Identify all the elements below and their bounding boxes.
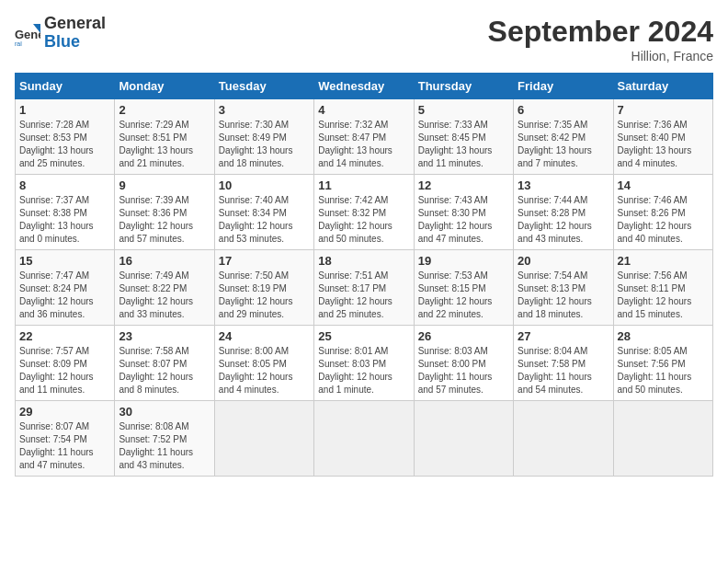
- week-row-5: 29 Sunrise: 8:07 AMSunset: 7:54 PMDaylig…: [16, 401, 713, 477]
- calendar-cell: 13 Sunrise: 7:44 AMSunset: 8:28 PMDaylig…: [514, 175, 613, 250]
- day-number: 15: [19, 254, 110, 268]
- day-info: Sunrise: 7:30 AMSunset: 8:49 PMDaylight:…: [219, 119, 310, 170]
- day-number: 21: [618, 254, 709, 268]
- calendar-cell: 1 Sunrise: 7:28 AMSunset: 8:53 PMDayligh…: [16, 99, 115, 175]
- calendar-cell: 7 Sunrise: 7:36 AMSunset: 8:40 PMDayligh…: [613, 99, 712, 175]
- day-info: Sunrise: 7:37 AMSunset: 8:38 PMDaylight:…: [19, 194, 110, 246]
- logo-text: General Blue: [44, 15, 106, 52]
- column-header-wednesday: Wednesday: [314, 74, 414, 99]
- calendar-cell: 26 Sunrise: 8:03 AMSunset: 8:00 PMDaylig…: [414, 326, 513, 401]
- day-number: 26: [418, 329, 509, 343]
- day-number: 24: [219, 329, 310, 343]
- day-info: Sunrise: 8:08 AMSunset: 7:52 PMDaylight:…: [119, 420, 210, 472]
- day-number: 29: [19, 405, 110, 419]
- calendar-cell: 30 Sunrise: 8:08 AMSunset: 7:52 PMDaylig…: [115, 401, 214, 477]
- calendar-cell: 22 Sunrise: 7:57 AMSunset: 8:09 PMDaylig…: [16, 326, 115, 401]
- day-info: Sunrise: 7:40 AMSunset: 8:34 PMDaylight:…: [219, 194, 310, 246]
- day-number: 3: [219, 103, 310, 117]
- calendar-cell: 20 Sunrise: 7:54 AMSunset: 8:13 PMDaylig…: [514, 250, 613, 326]
- day-number: 5: [418, 103, 509, 117]
- day-number: 19: [418, 254, 509, 268]
- day-number: 14: [618, 178, 709, 192]
- calendar-cell: 12 Sunrise: 7:43 AMSunset: 8:30 PMDaylig…: [414, 175, 513, 250]
- day-number: 20: [518, 254, 609, 268]
- day-number: 2: [119, 103, 210, 117]
- week-row-2: 8 Sunrise: 7:37 AMSunset: 8:38 PMDayligh…: [16, 175, 713, 250]
- day-info: Sunrise: 7:28 AMSunset: 8:53 PMDaylight:…: [19, 119, 110, 170]
- day-info: Sunrise: 7:50 AMSunset: 8:19 PMDaylight:…: [219, 270, 310, 321]
- calendar-cell: 10 Sunrise: 7:40 AMSunset: 8:34 PMDaylig…: [214, 175, 313, 250]
- week-row-4: 22 Sunrise: 7:57 AMSunset: 8:09 PMDaylig…: [16, 326, 713, 401]
- day-info: Sunrise: 7:32 AMSunset: 8:47 PMDaylight:…: [318, 119, 409, 170]
- column-header-friday: Friday: [514, 74, 613, 99]
- day-info: Sunrise: 7:51 AMSunset: 8:17 PMDaylight:…: [318, 270, 409, 321]
- calendar-cell: 24 Sunrise: 8:00 AMSunset: 8:05 PMDaylig…: [214, 326, 313, 401]
- day-number: 22: [19, 329, 110, 343]
- day-info: Sunrise: 7:35 AMSunset: 8:42 PMDaylight:…: [518, 119, 609, 170]
- logo-icon: Gene ral: [15, 20, 40, 46]
- day-number: 8: [19, 178, 110, 192]
- day-number: 17: [219, 254, 310, 268]
- day-info: Sunrise: 7:42 AMSunset: 8:32 PMDaylight:…: [318, 194, 409, 246]
- logo-line2: Blue: [44, 33, 106, 52]
- day-info: Sunrise: 8:03 AMSunset: 8:00 PMDaylight:…: [418, 345, 509, 396]
- calendar-cell: 15 Sunrise: 7:47 AMSunset: 8:24 PMDaylig…: [16, 250, 115, 326]
- week-row-1: 1 Sunrise: 7:28 AMSunset: 8:53 PMDayligh…: [16, 99, 713, 175]
- calendar-cell: 29 Sunrise: 8:07 AMSunset: 7:54 PMDaylig…: [16, 401, 115, 477]
- svg-text:Gene: Gene: [15, 28, 40, 41]
- month-title: September 2024: [488, 15, 713, 49]
- calendar-cell: 27 Sunrise: 8:04 AMSunset: 7:58 PMDaylig…: [514, 326, 613, 401]
- day-number: 16: [119, 254, 210, 268]
- calendar-cell: [514, 401, 613, 477]
- column-header-tuesday: Tuesday: [214, 74, 313, 99]
- day-number: 23: [119, 329, 210, 343]
- day-info: Sunrise: 7:46 AMSunset: 8:26 PMDaylight:…: [618, 194, 709, 246]
- day-info: Sunrise: 7:53 AMSunset: 8:15 PMDaylight:…: [418, 270, 509, 321]
- logo: Gene ral General Blue: [15, 15, 106, 52]
- calendar-cell: 8 Sunrise: 7:37 AMSunset: 8:38 PMDayligh…: [16, 175, 115, 250]
- day-info: Sunrise: 7:33 AMSunset: 8:45 PMDaylight:…: [418, 119, 509, 170]
- calendar-cell: [613, 401, 712, 477]
- day-number: 9: [119, 178, 210, 192]
- day-number: 30: [119, 405, 210, 419]
- day-number: 11: [318, 178, 409, 192]
- calendar-table: SundayMondayTuesdayWednesdayThursdayFrid…: [15, 73, 713, 477]
- day-info: Sunrise: 8:07 AMSunset: 7:54 PMDaylight:…: [19, 420, 110, 472]
- day-info: Sunrise: 7:43 AMSunset: 8:30 PMDaylight:…: [418, 194, 509, 246]
- day-number: 1: [19, 103, 110, 117]
- day-info: Sunrise: 7:36 AMSunset: 8:40 PMDaylight:…: [618, 119, 709, 170]
- calendar-cell: 6 Sunrise: 7:35 AMSunset: 8:42 PMDayligh…: [514, 99, 613, 175]
- day-info: Sunrise: 7:44 AMSunset: 8:28 PMDaylight:…: [518, 194, 609, 246]
- calendar-cell: 2 Sunrise: 7:29 AMSunset: 8:51 PMDayligh…: [115, 99, 214, 175]
- calendar-cell: 23 Sunrise: 7:58 AMSunset: 8:07 PMDaylig…: [115, 326, 214, 401]
- calendar-cell: 14 Sunrise: 7:46 AMSunset: 8:26 PMDaylig…: [613, 175, 712, 250]
- day-number: 4: [318, 103, 409, 117]
- column-header-thursday: Thursday: [414, 74, 513, 99]
- day-info: Sunrise: 8:04 AMSunset: 7:58 PMDaylight:…: [518, 345, 609, 396]
- day-number: 10: [219, 178, 310, 192]
- calendar-cell: 16 Sunrise: 7:49 AMSunset: 8:22 PMDaylig…: [115, 250, 214, 326]
- title-block: September 2024 Hillion, France: [488, 15, 713, 63]
- header-row: SundayMondayTuesdayWednesdayThursdayFrid…: [16, 74, 713, 99]
- calendar-cell: 25 Sunrise: 8:01 AMSunset: 8:03 PMDaylig…: [314, 326, 414, 401]
- location: Hillion, France: [488, 49, 713, 63]
- logo-line1: General: [44, 15, 106, 33]
- column-header-monday: Monday: [115, 74, 214, 99]
- calendar-cell: [314, 401, 414, 477]
- day-number: 25: [318, 329, 409, 343]
- day-info: Sunrise: 7:47 AMSunset: 8:24 PMDaylight:…: [19, 270, 110, 321]
- day-info: Sunrise: 7:57 AMSunset: 8:09 PMDaylight:…: [19, 345, 110, 396]
- day-info: Sunrise: 8:01 AMSunset: 8:03 PMDaylight:…: [318, 345, 409, 396]
- calendar-cell: 3 Sunrise: 7:30 AMSunset: 8:49 PMDayligh…: [214, 99, 313, 175]
- page-header: Gene ral General Blue September 2024 Hil…: [15, 15, 713, 63]
- column-header-sunday: Sunday: [16, 74, 115, 99]
- day-info: Sunrise: 8:00 AMSunset: 8:05 PMDaylight:…: [219, 345, 310, 396]
- calendar-cell: [214, 401, 313, 477]
- day-info: Sunrise: 7:56 AMSunset: 8:11 PMDaylight:…: [618, 270, 709, 321]
- day-info: Sunrise: 8:05 AMSunset: 7:56 PMDaylight:…: [618, 345, 709, 396]
- day-info: Sunrise: 7:54 AMSunset: 8:13 PMDaylight:…: [518, 270, 609, 321]
- day-number: 12: [418, 178, 509, 192]
- day-info: Sunrise: 7:49 AMSunset: 8:22 PMDaylight:…: [119, 270, 210, 321]
- calendar-cell: 18 Sunrise: 7:51 AMSunset: 8:17 PMDaylig…: [314, 250, 414, 326]
- day-number: 13: [518, 178, 609, 192]
